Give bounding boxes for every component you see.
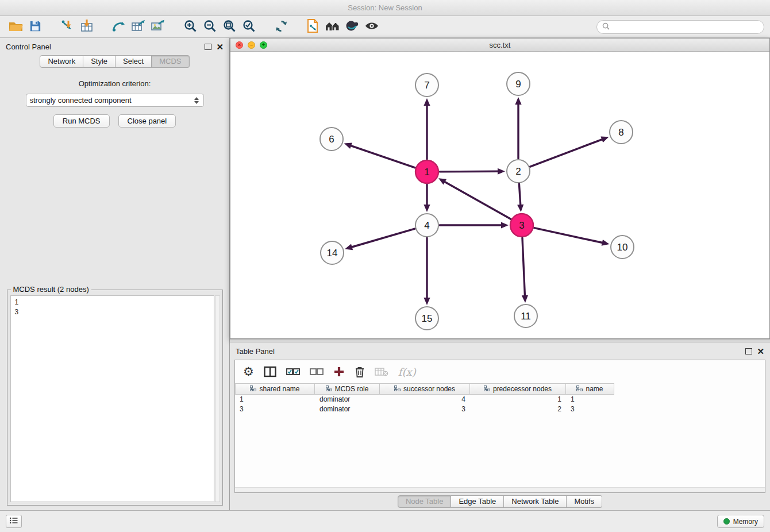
network-node-3[interactable]: 3 [510,214,533,237]
tab-network[interactable]: Network [40,55,83,68]
column-header-predecessor-nodes[interactable]: predecessor nodes [470,383,566,395]
tab-select[interactable]: Select [116,55,152,68]
show-columns-icon[interactable] [264,366,276,377]
settings-gear-icon[interactable]: ⚙ [243,365,254,379]
optimization-criterion-select[interactable]: strongly connected component [26,94,204,107]
network-node-1[interactable]: 1 [415,160,438,183]
tab-style[interactable]: Style [83,55,116,68]
show-graphics-details-button[interactable] [362,18,382,36]
deselect-all-columns-icon[interactable] [310,367,324,376]
network-edge-2-3[interactable] [517,184,523,212]
column-header-successor-nodes[interactable]: successor nodes [380,383,470,395]
control-panel: Control Panel ✕ Network Style Select MCD… [0,38,230,510]
table-cell[interactable]: 1 [470,395,566,404]
mcds-result-list[interactable]: 13 [10,295,214,502]
details-button[interactable] [342,18,362,36]
column-header-MCDS-role[interactable]: MCDS role [315,383,380,395]
result-scrollbar[interactable] [215,295,220,502]
export-image-button[interactable] [148,18,168,36]
close-window-icon[interactable]: × [236,41,243,49]
table-cell[interactable]: 1 [235,395,315,404]
zoom-in-button[interactable] [180,18,200,36]
network-window-titlebar[interactable]: × – + scc.txt [230,38,769,52]
column-header-shared-name[interactable]: shared name [235,383,315,395]
close-table-panel-icon[interactable]: ✕ [757,347,764,356]
zoom-selected-button[interactable] [239,18,259,36]
network-node-4[interactable]: 4 [415,214,438,237]
network-edge-4-15[interactable] [424,238,430,305]
minimize-window-icon[interactable]: – [248,41,255,49]
column-header-name[interactable]: name [566,383,614,395]
network-edge-1-2[interactable] [440,168,505,175]
close-panel-icon[interactable]: ✕ [216,43,224,51]
select-all-columns-icon[interactable] [286,367,300,376]
network-node-2[interactable]: 2 [507,160,530,183]
table-cell[interactable]: 2 [470,404,566,414]
zoom-out-button[interactable] [200,18,220,36]
network-edge-3-11[interactable] [522,238,528,303]
search-box[interactable] [596,20,764,34]
table-empty-area[interactable] [235,414,765,487]
network-node-10[interactable]: 10 [611,236,634,259]
table-cell[interactable]: 4 [380,395,470,404]
float-panel-icon[interactable] [205,44,211,50]
add-column-icon[interactable] [333,366,345,377]
mcds-result-line[interactable]: 1 [15,298,210,307]
zoom-fit-button[interactable] [220,18,239,36]
save-session-button[interactable] [25,18,45,36]
network-canvas[interactable]: 7968124314101511 [230,52,769,338]
table-cell[interactable]: 1 [566,395,614,404]
network-node-14[interactable]: 14 [321,241,344,264]
network-node-9[interactable]: 9 [507,72,530,95]
table-cell[interactable]: 3 [380,404,470,414]
tab-motifs[interactable]: Motifs [567,495,602,508]
refresh-layout-button[interactable] [271,18,291,36]
network-edge-2-8[interactable] [530,137,609,167]
table-cell[interactable]: dominator [315,404,380,414]
export-table-button[interactable] [129,18,148,36]
tab-network-table[interactable]: Network Table [504,495,567,508]
network-node-11[interactable]: 11 [514,304,537,327]
search-input[interactable] [613,22,759,31]
table-row[interactable]: 1dominator411 [235,395,765,404]
mcds-result-line[interactable]: 3 [15,307,210,317]
function-builder-icon[interactable]: f(x) [398,366,416,378]
network-edge-2-9[interactable] [515,97,521,159]
home-button[interactable] [323,18,342,36]
maximize-window-icon[interactable]: + [260,41,267,49]
tab-mcds[interactable]: MCDS [152,55,189,68]
network-node-8[interactable]: 8 [610,121,633,144]
table-row[interactable]: 3dominator323 [235,404,765,414]
network-edge-1-4[interactable] [424,184,430,212]
network-node-7[interactable]: 7 [415,74,438,97]
close-panel-button[interactable]: Close panel [118,114,176,128]
new-network-button[interactable] [109,18,129,36]
network-edge-3-10[interactable] [534,228,609,246]
delete-table-icon[interactable] [375,367,388,377]
network-graph[interactable]: 7968124314101511 [230,52,765,338]
network-edge-4-3[interactable] [440,222,509,228]
network-node-6[interactable]: 6 [320,128,343,151]
tab-edge-table[interactable]: Edge Table [451,495,504,508]
network-node-label: 1 [424,167,429,178]
run-mcds-button[interactable]: Run MCDS [53,114,110,128]
network-edge-1-6[interactable] [344,142,415,167]
delete-column-icon[interactable] [355,366,365,378]
table-horizontal-scrollbar[interactable] [235,487,765,492]
table-cell[interactable]: dominator [315,395,380,404]
task-history-button[interactable] [6,515,22,528]
network-edge-1-7[interactable] [424,98,430,159]
network-edge-3-1[interactable] [438,178,511,219]
network-node-15[interactable]: 15 [415,307,438,330]
memory-button[interactable]: Memory [717,515,764,528]
table-cell[interactable]: 3 [235,404,315,414]
float-table-panel-icon[interactable] [745,348,752,354]
import-network-file-button[interactable] [57,18,77,36]
tab-node-table[interactable]: Node Table [398,495,452,508]
import-network-url-button[interactable] [303,18,323,36]
import-table-file-button[interactable] [77,18,97,36]
network-edge-4-14[interactable] [345,229,415,250]
open-session-button[interactable] [6,18,25,36]
table-cell[interactable]: 3 [566,404,614,414]
network-view-window: × – + scc.txt 7968124314101511 [230,38,770,339]
